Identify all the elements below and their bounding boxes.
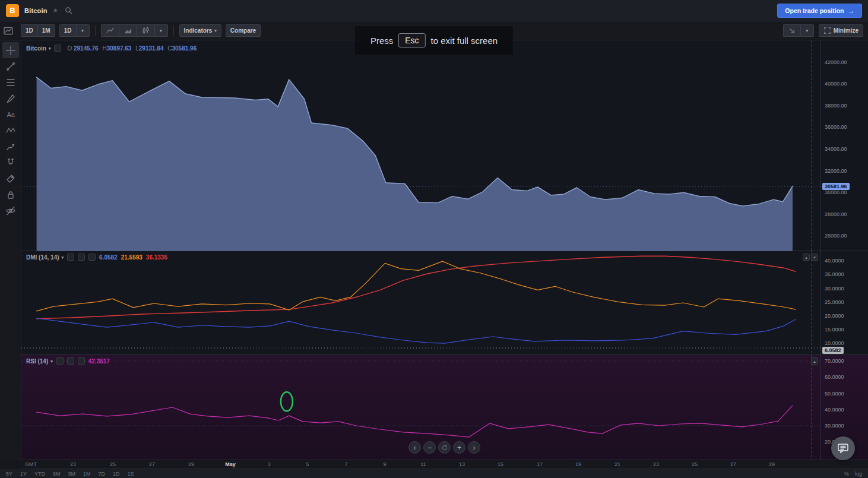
search-icon[interactable]: [64, 5, 74, 16]
line-chart-type-button[interactable]: [101, 24, 119, 37]
range-button-1s[interactable]: 1S: [128, 471, 134, 477]
toolbar-divider: [173, 26, 174, 36]
indicator-delete-icon[interactable]: [88, 254, 96, 261]
chart-type-dropdown-icon[interactable]: ▾: [154, 24, 168, 37]
y-axis-label: 20.0000: [825, 313, 844, 319]
range-button-1d[interactable]: 1D: [113, 471, 120, 477]
y-axis-label: 30.0000: [825, 286, 844, 292]
open-trade-label: Open trade position: [785, 7, 844, 14]
dmi-axis[interactable]: 40.000035.000030.000025.000020.000015.00…: [821, 251, 868, 354]
candlestick-chart-type-button[interactable]: [137, 24, 154, 37]
y-axis-label: 25.0000: [825, 299, 844, 305]
chevron-down-icon: ▾: [806, 29, 809, 33]
time-axis-label: 25: [692, 461, 698, 467]
range-button-1y[interactable]: 1Y: [20, 471, 27, 477]
reset-view-button[interactable]: [438, 441, 451, 454]
arrow-right-icon: →: [848, 7, 855, 14]
y-axis-label: 32000.00: [825, 168, 847, 174]
axis-price-badge: 6.0582: [822, 347, 844, 354]
compare-button[interactable]: Compare: [226, 24, 261, 37]
scroll-right-button[interactable]: ›: [468, 441, 480, 454]
brush-tool-icon[interactable]: [2, 90, 19, 106]
forecast-tool-icon[interactable]: [2, 138, 19, 154]
text-tool-icon[interactable]: Aa: [2, 106, 19, 122]
favorite-star-icon[interactable]: ★: [53, 7, 58, 14]
exit-fullscreen-icon: [823, 27, 831, 34]
interval-1d-button[interactable]: 1D: [21, 24, 37, 37]
range-button-1m[interactable]: 1M: [83, 471, 91, 477]
y-axis-label: 36000.00: [825, 124, 847, 130]
y-axis-label: 10.0000: [825, 340, 844, 346]
indicator-eye-icon[interactable]: [67, 254, 74, 261]
crosshair-tool-icon[interactable]: [2, 42, 19, 58]
range-button-5y[interactable]: 5Y: [6, 471, 12, 477]
indicator-settings-icon[interactable]: [67, 357, 74, 365]
price-axis[interactable]: 42000.0040000.0038000.0036000.0034000.00…: [821, 40, 868, 251]
pane-move-down-icon[interactable]: ▾: [811, 254, 818, 261]
time-axis-label: 25: [110, 461, 116, 467]
time-axis-label: 29: [769, 461, 775, 467]
watchlist-panel-icon[interactable]: [0, 23, 17, 39]
range-button-6m[interactable]: 6M: [53, 471, 61, 477]
app-logo[interactable]: B: [6, 4, 19, 17]
price-tag-tool-icon[interactable]: [2, 170, 19, 186]
hide-drawings-eye-off-icon[interactable]: [2, 202, 19, 219]
snapshot-arrow-icon[interactable]: [783, 24, 800, 37]
dmi-value-blue: 6.0582: [99, 254, 118, 261]
symbol-name[interactable]: Bitcoin: [24, 7, 47, 14]
pane-move-up-icon[interactable]: ▴: [803, 254, 810, 261]
range-button-7d[interactable]: 7D: [99, 471, 106, 477]
scroll-left-button[interactable]: ‹: [408, 441, 421, 454]
indicators-button[interactable]: Indicators ▾: [179, 24, 221, 37]
trend-line-tool-icon[interactable]: [2, 58, 19, 74]
scale-button-percent[interactable]: %: [844, 471, 849, 477]
y-axis-label: 15.0000: [825, 327, 844, 333]
range-button-3m[interactable]: 3M: [68, 471, 76, 477]
price-chart-canvas[interactable]: [21, 40, 821, 251]
scale-button-log[interactable]: log: [855, 471, 862, 477]
support-chat-button[interactable]: [831, 436, 855, 460]
area-chart-type-button[interactable]: [119, 24, 137, 37]
y-axis-label: 40.0000: [825, 407, 844, 413]
open-trade-position-button[interactable]: Open trade position →: [777, 4, 862, 18]
dmi-pane: 40.000035.000030.000025.000020.000015.00…: [21, 251, 868, 355]
chevron-down-icon: ▾: [214, 29, 217, 33]
time-axis-label: 5: [306, 461, 309, 467]
time-axis-label: 11: [420, 461, 426, 467]
zoom-in-button[interactable]: +: [453, 441, 465, 454]
indicator-eye-icon[interactable]: [56, 357, 64, 365]
lock-tool-icon[interactable]: [2, 186, 19, 202]
fib-retracement-tool-icon[interactable]: [2, 74, 19, 90]
time-axis-label: 13: [459, 461, 465, 467]
time-axis-label: 7: [344, 461, 347, 467]
interval-1m-button[interactable]: 1M: [37, 24, 55, 37]
fullscreen-notice: Press Esc to exit full screen: [355, 26, 513, 55]
time-axis-label: 23: [70, 461, 76, 467]
dmi-chart-canvas[interactable]: [21, 251, 821, 355]
rsi-legend-title[interactable]: RSI (14) ▾: [26, 358, 53, 365]
legend-eye-icon[interactable]: [54, 45, 61, 52]
time-axis[interactable]: GMT 23252729May357911131517192123252729: [21, 460, 868, 469]
esc-key: Esc: [398, 33, 425, 48]
chevron-down-icon: ▾: [49, 46, 51, 50]
interval-dropdown-icon[interactable]: ▾: [76, 24, 90, 37]
pattern-tool-icon[interactable]: [2, 122, 19, 138]
pane-move-up-icon[interactable]: ▴: [811, 357, 818, 365]
magnet-tool-icon[interactable]: [2, 154, 19, 170]
minimize-button[interactable]: Minimize: [819, 24, 863, 37]
price-legend-symbol[interactable]: Bitcoin ▾: [26, 45, 50, 52]
snapshot-dropdown-icon[interactable]: ▾: [800, 24, 814, 37]
time-axis-label: May: [225, 461, 236, 467]
y-axis-label: 26000.00: [825, 233, 847, 239]
zoom-out-button[interactable]: −: [423, 441, 436, 454]
indicator-delete-icon[interactable]: [78, 357, 85, 365]
notice-text: Press: [370, 36, 393, 46]
time-axis-label: 15: [498, 461, 503, 467]
trading-app: B Bitcoin ★ Open trade position → 1D 1M …: [0, 0, 868, 478]
time-axis-label: 29: [188, 461, 194, 467]
dmi-legend-title[interactable]: DMI (14, 14) ▾: [26, 254, 64, 261]
y-axis-label: 38000.00: [825, 103, 847, 109]
interval-select-button[interactable]: 1D: [59, 24, 76, 37]
indicator-settings-icon[interactable]: [78, 254, 85, 261]
range-button-ytd[interactable]: YTD: [34, 471, 45, 477]
